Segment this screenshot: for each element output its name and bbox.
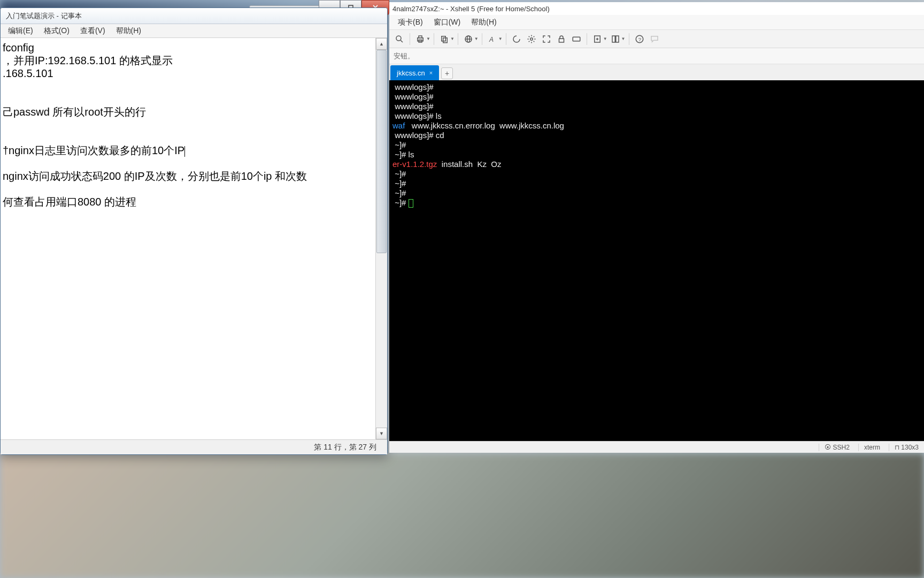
xshell-titlebar[interactable]: 4nalm2747sxZ:~ - Xshell 5 (Free for Home… [389,2,924,15]
copy-icon[interactable] [437,32,451,46]
menu-view[interactable]: 查看(V) [75,25,111,37]
svg-rect-8 [419,36,422,38]
notepad-window: 入门笔试题演示 - 记事本 编辑(E) 格式(O) 查看(V) 帮助(H) fc… [0,7,388,455]
dropdown-icon[interactable]: ▼ [498,36,503,41]
printer-icon[interactable] [413,32,427,46]
new-icon[interactable] [590,32,604,46]
scrollbar-thumb[interactable] [376,50,387,253]
xshell-title: 4nalm2747sxZ:~ - Xshell 5 (Free for Home… [392,5,550,13]
xshell-toolbar: ▼ ▼ ▼ A▼ ▼ ▼ ? [389,30,924,48]
globe-icon[interactable] [461,32,475,46]
keyboard-icon[interactable] [569,32,583,46]
svg-rect-26 [615,36,618,42]
help-icon[interactable]: ? [633,32,646,46]
xshell-menubar: 项卡(B) 窗口(W) 帮助(H) [389,15,924,30]
notepad-scrollbar[interactable]: ▲ ▼ [375,38,387,439]
status-term: xterm [858,444,880,451]
font-icon[interactable]: A [486,32,499,46]
scrollbar-track[interactable] [376,50,387,428]
notepad-title: 入门笔试题演示 - 记事本 [6,11,82,21]
fullscreen-icon[interactable] [540,32,553,46]
swirl-icon[interactable] [510,32,523,46]
notepad-statusbar: 第 11 行，第 27 列 [1,439,387,454]
dropdown-icon[interactable]: ▼ [450,36,455,41]
svg-point-16 [530,37,533,40]
dropdown-icon[interactable]: ▼ [474,36,479,41]
close-icon[interactable]: × [429,70,433,76]
background-bottom [0,454,924,578]
svg-line-6 [401,40,403,42]
lock-icon[interactable] [555,32,568,46]
scrollbar-down-icon[interactable]: ▼ [376,428,387,439]
scrollbar-up-icon[interactable]: ▲ [376,38,387,50]
svg-text:A: A [489,35,494,43]
status-ssh: ⦿ SSH2 [819,444,850,451]
layout-icon[interactable] [609,32,622,46]
dropdown-icon[interactable]: ▼ [426,36,430,41]
xshell-statusbar: ⦿ SSH2 xterm ⊓ 130x3 [389,441,924,453]
xshell-address-bar[interactable]: 安钮。 [389,48,924,64]
new-tab-button[interactable]: + [441,67,453,79]
notepad-menubar: 编辑(E) 格式(O) 查看(V) 帮助(H) [1,24,387,38]
svg-rect-25 [612,36,615,42]
xshell-address-hint: 安钮。 [394,51,414,61]
chat-icon[interactable] [648,32,661,46]
svg-point-5 [396,36,401,41]
svg-rect-18 [573,37,580,41]
menu-edit[interactable]: 编辑(E) [3,25,38,37]
dropdown-icon[interactable]: ▼ [603,36,607,41]
terminal-output[interactable]: wwwlogs]# wwwlogs]# wwwlogs]# wwwlogs]# … [389,80,924,453]
status-size: ⊓ 130x3 [889,444,919,451]
xshell-menu-help[interactable]: 帮助(H) [466,16,502,29]
xshell-menu-window[interactable]: 窗口(W) [428,16,466,29]
notepad-titlebar[interactable]: 入门笔试题演示 - 记事本 [1,8,387,24]
xshell-menu-tab[interactable]: 项卡(B) [392,16,428,29]
dropdown-icon[interactable]: ▼ [621,36,626,41]
notepad-cursor-position: 第 11 行，第 27 列 [314,443,376,452]
xshell-window: 4nalm2747sxZ:~ - Xshell 5 (Free for Home… [389,2,924,453]
menu-help[interactable]: 帮助(H) [111,25,147,37]
notepad-textarea[interactable]: fconfig，并用IP:192.168.5.101 的格式显示.168.5.1… [1,38,375,439]
xshell-tab-label: jkkcss.cn [397,69,425,77]
svg-rect-17 [559,39,564,42]
gear-icon[interactable] [525,32,538,46]
svg-text:?: ? [638,36,641,42]
xshell-tabs: jkkcss.cn × + [389,64,924,80]
xshell-tab[interactable]: jkkcss.cn × [390,65,439,80]
search-icon[interactable] [392,32,406,46]
menu-format[interactable]: 格式(O) [38,25,75,37]
